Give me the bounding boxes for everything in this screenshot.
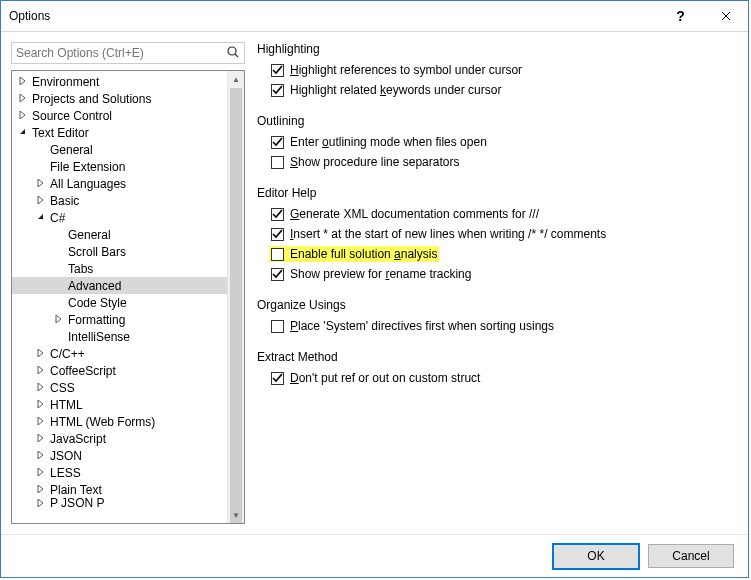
tree-item[interactable]: C/C++ bbox=[12, 345, 228, 362]
chevron-right-icon[interactable] bbox=[34, 450, 48, 461]
setting-label[interactable]: Show preview for rename tracking bbox=[290, 267, 471, 281]
search-icon bbox=[226, 45, 240, 62]
svg-point-0 bbox=[228, 47, 236, 55]
checkbox[interactable] bbox=[271, 156, 284, 169]
tree-item[interactable]: CoffeeScript bbox=[12, 362, 228, 379]
chevron-right-icon[interactable] bbox=[34, 365, 48, 376]
tree-item[interactable]: Environment bbox=[12, 73, 228, 90]
chevron-right-icon[interactable] bbox=[16, 76, 30, 87]
tree-item-label: Tabs bbox=[66, 262, 93, 276]
scrollbar[interactable]: ▲ ▼ bbox=[227, 71, 244, 523]
close-button[interactable] bbox=[703, 1, 748, 31]
tree-item[interactable]: JSON bbox=[12, 447, 228, 464]
tree-item-label: General bbox=[48, 143, 93, 157]
chevron-right-icon[interactable] bbox=[34, 416, 48, 427]
checkbox[interactable] bbox=[271, 208, 284, 221]
chevron-right-icon[interactable] bbox=[34, 178, 48, 189]
tree-item[interactable]: General bbox=[12, 226, 228, 243]
setting-label[interactable]: Generate XML documentation comments for … bbox=[290, 207, 539, 221]
tree-item-label: Projects and Solutions bbox=[30, 92, 151, 106]
checkbox[interactable] bbox=[271, 64, 284, 77]
chevron-down-icon[interactable] bbox=[34, 212, 48, 223]
dialog-footer: OK Cancel bbox=[1, 534, 748, 577]
setting-row: Enter outlining mode when files open bbox=[271, 132, 728, 152]
setting-label[interactable]: Enable full solution analysis bbox=[290, 247, 437, 261]
tree-item-label: HTML bbox=[48, 398, 83, 412]
tree-item[interactable]: Projects and Solutions bbox=[12, 90, 228, 107]
setting-row: Don't put ref or out on custom struct bbox=[271, 368, 728, 388]
cancel-button[interactable]: Cancel bbox=[648, 544, 734, 568]
tree-item[interactable]: Plain Text bbox=[12, 481, 228, 498]
tree-item[interactable]: P JSON P bbox=[12, 498, 228, 508]
group-title: Highlighting bbox=[257, 42, 728, 56]
chevron-right-icon[interactable] bbox=[16, 93, 30, 104]
tree-item-label: LESS bbox=[48, 466, 81, 480]
help-button[interactable]: ? bbox=[658, 1, 703, 31]
tree-item[interactable]: All Languages bbox=[12, 175, 228, 192]
search-input[interactable] bbox=[12, 43, 244, 63]
setting-label[interactable]: Don't put ref or out on custom struct bbox=[290, 371, 480, 385]
tree-item[interactable]: Advanced bbox=[12, 277, 228, 294]
tree-item[interactable]: C# bbox=[12, 209, 228, 226]
tree-item[interactable]: Text Editor bbox=[12, 124, 228, 141]
scroll-thumb[interactable] bbox=[230, 88, 242, 524]
chevron-right-icon[interactable] bbox=[34, 348, 48, 359]
tree-item[interactable]: Scroll Bars bbox=[12, 243, 228, 260]
tree-item-label: Code Style bbox=[66, 296, 127, 310]
ok-button[interactable]: OK bbox=[552, 543, 640, 570]
tree-item-label: Formatting bbox=[66, 313, 125, 327]
nav-tree-viewport[interactable]: EnvironmentProjects and SolutionsSource … bbox=[12, 71, 228, 523]
tree-item-label: JavaScript bbox=[48, 432, 106, 446]
chevron-right-icon[interactable] bbox=[34, 484, 48, 495]
tree-item[interactable]: HTML bbox=[12, 396, 228, 413]
chevron-down-icon[interactable] bbox=[16, 127, 30, 138]
chevron-right-icon[interactable] bbox=[34, 498, 48, 508]
checkbox[interactable] bbox=[271, 372, 284, 385]
tree-item-label: Environment bbox=[30, 75, 99, 89]
tree-item[interactable]: General bbox=[12, 141, 228, 158]
scroll-up-icon[interactable]: ▲ bbox=[228, 71, 244, 87]
group-title: Extract Method bbox=[257, 350, 728, 364]
setting-label[interactable]: Highlight related keywords under cursor bbox=[290, 83, 501, 97]
tree-item[interactable]: Source Control bbox=[12, 107, 228, 124]
chevron-right-icon[interactable] bbox=[16, 110, 30, 121]
setting-label[interactable]: Highlight references to symbol under cur… bbox=[290, 63, 522, 77]
setting-label[interactable]: Show procedure line separators bbox=[290, 155, 459, 169]
chevron-right-icon[interactable] bbox=[34, 467, 48, 478]
settings-group: Editor HelpGenerate XML documentation co… bbox=[257, 186, 728, 284]
tree-item[interactable]: JavaScript bbox=[12, 430, 228, 447]
tree-item-label: File Extension bbox=[48, 160, 125, 174]
tree-item[interactable]: Code Style bbox=[12, 294, 228, 311]
titlebar: Options ? bbox=[1, 1, 748, 32]
tree-item-label: P JSON P bbox=[48, 498, 104, 508]
tree-item[interactable]: HTML (Web Forms) bbox=[12, 413, 228, 430]
checkbox[interactable] bbox=[271, 228, 284, 241]
checkbox[interactable] bbox=[271, 136, 284, 149]
tree-item[interactable]: File Extension bbox=[12, 158, 228, 175]
tree-item[interactable]: LESS bbox=[12, 464, 228, 481]
checkbox[interactable] bbox=[271, 268, 284, 281]
chevron-right-icon[interactable] bbox=[34, 382, 48, 393]
chevron-right-icon[interactable] bbox=[34, 195, 48, 206]
chevron-right-icon[interactable] bbox=[52, 314, 66, 325]
tree-item[interactable]: IntelliSense bbox=[12, 328, 228, 345]
settings-panel: HighlightingHighlight references to symb… bbox=[257, 42, 738, 524]
settings-group: HighlightingHighlight references to symb… bbox=[257, 42, 728, 100]
tree-item[interactable]: Formatting bbox=[12, 311, 228, 328]
tree-item-label: C/C++ bbox=[48, 347, 85, 361]
tree-item[interactable]: Tabs bbox=[12, 260, 228, 277]
checkbox[interactable] bbox=[271, 320, 284, 333]
checkbox[interactable] bbox=[271, 84, 284, 97]
setting-label[interactable]: Place 'System' directives first when sor… bbox=[290, 319, 554, 333]
scroll-down-icon[interactable]: ▼ bbox=[228, 507, 244, 523]
setting-row: Show procedure line separators bbox=[271, 152, 728, 172]
search-box[interactable] bbox=[11, 42, 245, 64]
tree-item[interactable]: CSS bbox=[12, 379, 228, 396]
chevron-right-icon[interactable] bbox=[34, 433, 48, 444]
setting-label[interactable]: Insert * at the start of new lines when … bbox=[290, 227, 606, 241]
tree-item[interactable]: Basic bbox=[12, 192, 228, 209]
highlighted-setting: Enable full solution analysis bbox=[269, 246, 439, 262]
checkbox[interactable] bbox=[271, 248, 284, 261]
setting-label[interactable]: Enter outlining mode when files open bbox=[290, 135, 487, 149]
chevron-right-icon[interactable] bbox=[34, 399, 48, 410]
